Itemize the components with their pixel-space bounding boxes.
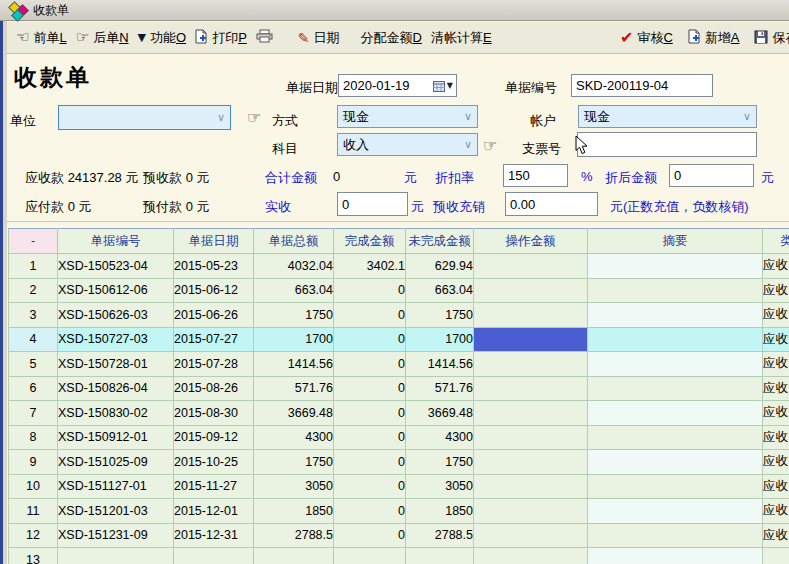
cell-type[interactable]: 应收 xyxy=(763,352,789,377)
cell-type[interactable]: 应收 xyxy=(763,254,789,279)
doc-date-field[interactable]: 2020-01-19 ▼ xyxy=(338,74,457,97)
cell-remain[interactable]: 1850 xyxy=(406,499,474,524)
cell-done[interactable]: 3402.1 xyxy=(334,254,406,279)
cell-date[interactable] xyxy=(174,548,254,564)
cell-ledger[interactable] xyxy=(474,450,588,475)
cell-total[interactable]: 4300 xyxy=(254,425,334,450)
cell-remain[interactable]: 629.94 xyxy=(406,254,474,279)
cell-no[interactable]: 9 xyxy=(9,450,58,475)
cell-doc[interactable]: XSD-150523-04 xyxy=(58,254,174,279)
cell-remain[interactable]: 1750 xyxy=(406,450,474,475)
cell-remain[interactable] xyxy=(406,548,474,564)
cell-ledger[interactable] xyxy=(474,254,588,279)
discounted-input[interactable] xyxy=(669,164,754,187)
subject-combo[interactable]: 收入 ∨ xyxy=(337,133,478,156)
cell-date[interactable]: 2015-09-12 xyxy=(174,425,254,450)
cell-ledger[interactable] xyxy=(474,425,588,450)
cell-memo[interactable] xyxy=(588,425,763,450)
cell-no[interactable]: 1 xyxy=(9,254,58,279)
cell-total[interactable]: 1414.56 xyxy=(254,352,334,377)
cell-done[interactable]: 0 xyxy=(334,523,406,548)
cell-ledger[interactable] xyxy=(474,401,588,426)
cell-type[interactable]: 应收 xyxy=(763,499,789,524)
cell-date[interactable]: 2015-05-23 xyxy=(174,254,254,279)
cell-doc[interactable]: XSD-151025-09 xyxy=(58,450,174,475)
cell-done[interactable] xyxy=(334,548,406,564)
calendar-icon[interactable]: ▼ xyxy=(433,80,456,92)
cell-date[interactable]: 2015-07-27 xyxy=(174,327,254,352)
cell-total[interactable]: 1750 xyxy=(254,303,334,328)
cell-done[interactable]: 0 xyxy=(334,327,406,352)
discount-rate-input[interactable] xyxy=(503,164,568,187)
cell-doc[interactable]: XSD-151127-01 xyxy=(58,474,174,499)
unit-combo[interactable]: ∨ xyxy=(58,105,231,130)
cell-total[interactable]: 3050 xyxy=(254,474,334,499)
cell-memo[interactable] xyxy=(588,548,763,564)
cell-done[interactable]: 0 xyxy=(334,425,406,450)
cell-date[interactable]: 2015-12-01 xyxy=(174,499,254,524)
cell-type[interactable] xyxy=(763,548,789,564)
cell-date[interactable]: 2015-08-30 xyxy=(174,401,254,426)
toolbar-settle-calc-button[interactable]: 清帐计算E xyxy=(431,29,492,47)
cell-done[interactable]: 0 xyxy=(334,376,406,401)
cell-memo[interactable] xyxy=(588,523,763,548)
cell-doc[interactable]: XSD-150626-03 xyxy=(58,303,174,328)
cell-memo[interactable] xyxy=(588,499,763,524)
cell-remain[interactable]: 1750 xyxy=(406,303,474,328)
cell-doc[interactable]: XSD-150912-01 xyxy=(58,425,174,450)
cell-date[interactable]: 2015-10-25 xyxy=(174,450,254,475)
cell-type[interactable]: 应收 xyxy=(763,303,789,328)
cell-ledger[interactable] xyxy=(474,303,588,328)
cell-total[interactable]: 1850 xyxy=(254,499,334,524)
cell-done[interactable]: 0 xyxy=(334,499,406,524)
cell-type[interactable]: 应收 xyxy=(763,278,789,303)
toolbar-audit-button[interactable]: ✔审核C xyxy=(620,29,673,47)
toolbar-print-button[interactable]: 打印P xyxy=(195,29,247,47)
cell-no[interactable]: 12 xyxy=(9,523,58,548)
toolbar-new-button[interactable]: 新增A xyxy=(688,29,740,47)
actual-received-input[interactable] xyxy=(337,192,408,216)
cell-no[interactable]: 13 xyxy=(9,548,58,564)
toolbar-allocate-amount-button[interactable]: 分配金额D xyxy=(361,29,422,47)
cell-memo[interactable] xyxy=(588,376,763,401)
cell-doc[interactable]: XSD-150727-03 xyxy=(58,327,174,352)
cell-ledger[interactable] xyxy=(474,278,588,303)
cell-done[interactable]: 0 xyxy=(334,474,406,499)
cell-no[interactable]: 6 xyxy=(9,376,58,401)
chevron-down-icon[interactable]: ∨ xyxy=(464,138,477,151)
cell-done[interactable]: 0 xyxy=(334,278,406,303)
cell-doc[interactable]: XSD-150826-04 xyxy=(58,376,174,401)
cell-total[interactable]: 663.04 xyxy=(254,278,334,303)
cell-ledger[interactable] xyxy=(474,376,588,401)
cell-ledger[interactable] xyxy=(474,352,588,377)
cell-type[interactable]: 应收 xyxy=(763,425,789,450)
toolbar-functions-button[interactable]: ▼功能O xyxy=(138,29,187,47)
cell-remain[interactable]: 2788.5 xyxy=(406,523,474,548)
cell-doc[interactable]: XSD-151201-03 xyxy=(58,499,174,524)
cell-total[interactable]: 571.76 xyxy=(254,376,334,401)
cell-memo[interactable] xyxy=(588,401,763,426)
cell-remain[interactable]: 1414.56 xyxy=(406,352,474,377)
cell-remain[interactable]: 3050 xyxy=(406,474,474,499)
cheque-no-input[interactable] xyxy=(577,132,757,157)
method-combo[interactable]: 现金 ∨ xyxy=(337,105,478,128)
cell-ledger[interactable] xyxy=(474,327,588,352)
cell-memo[interactable] xyxy=(588,352,763,377)
cell-date[interactable]: 2015-07-28 xyxy=(174,352,254,377)
cell-type[interactable]: 应收 xyxy=(763,327,789,352)
cell-doc[interactable]: XSD-150728-01 xyxy=(58,352,174,377)
cell-memo[interactable] xyxy=(588,474,763,499)
cell-memo[interactable] xyxy=(588,278,763,303)
cell-done[interactable]: 0 xyxy=(334,450,406,475)
cell-ledger[interactable] xyxy=(474,548,588,564)
account-combo[interactable]: 现金 ∨ xyxy=(578,105,757,128)
cell-remain[interactable]: 663.04 xyxy=(406,278,474,303)
cell-date[interactable]: 2015-11-27 xyxy=(174,474,254,499)
cell-date[interactable]: 2015-06-12 xyxy=(174,278,254,303)
toolbar-print-preview-button[interactable] xyxy=(256,29,273,46)
cell-memo[interactable] xyxy=(588,450,763,475)
toolbar-date-button[interactable]: ✎日期 xyxy=(298,29,340,47)
chevron-down-icon[interactable]: ∨ xyxy=(464,110,477,123)
cell-done[interactable]: 0 xyxy=(334,352,406,377)
cell-type[interactable]: 应收 xyxy=(763,474,789,499)
